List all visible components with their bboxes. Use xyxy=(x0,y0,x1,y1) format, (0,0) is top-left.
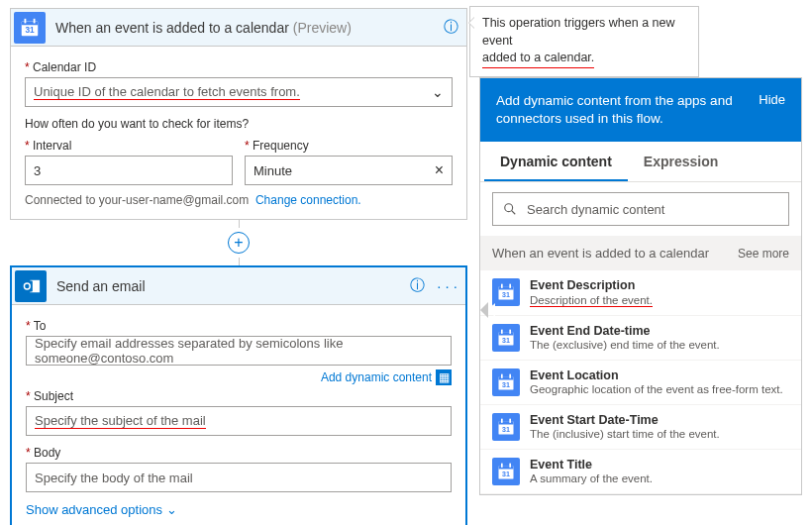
svg-rect-7 xyxy=(22,280,33,291)
svg-rect-24 xyxy=(509,374,511,378)
change-connection-link[interactable]: Change connection. xyxy=(255,193,361,207)
search-input[interactable]: Search dynamic content xyxy=(492,192,789,226)
hide-link[interactable]: Hide xyxy=(759,92,785,107)
svg-text:31: 31 xyxy=(502,381,510,389)
svg-text:31: 31 xyxy=(502,291,510,299)
svg-text:31: 31 xyxy=(502,337,510,345)
google-calendar-icon: 31 xyxy=(492,413,520,441)
tab-dynamic-content[interactable]: Dynamic content xyxy=(484,142,628,181)
dynamic-content-item[interactable]: 31Event TitleA summary of the event. xyxy=(480,450,801,494)
svg-rect-34 xyxy=(509,464,511,468)
svg-rect-27 xyxy=(499,422,514,425)
item-title: Event Title xyxy=(530,458,653,472)
dynamic-content-item[interactable]: 31Event End Date-timeThe (exclusive) end… xyxy=(480,316,801,361)
outlook-icon xyxy=(15,270,47,302)
svg-rect-18 xyxy=(501,330,503,334)
subject-label: * Subject xyxy=(26,389,452,403)
google-calendar-icon: 31 xyxy=(492,324,520,352)
svg-line-10 xyxy=(512,211,516,215)
action-title: Send an email xyxy=(56,278,146,294)
tab-expression[interactable]: Expression xyxy=(628,142,734,181)
svg-rect-19 xyxy=(509,330,511,334)
google-calendar-icon: 31 xyxy=(492,368,520,396)
info-icon[interactable]: ⓘ xyxy=(444,18,458,37)
svg-rect-28 xyxy=(501,419,503,423)
more-icon[interactable]: · · · xyxy=(437,277,457,294)
trigger-title: When an event is added to a calendar (Pr… xyxy=(55,20,352,36)
item-title: Event Description xyxy=(530,278,653,292)
info-icon[interactable]: ⓘ xyxy=(410,276,425,295)
google-calendar-icon: 31 xyxy=(492,458,520,485)
clear-icon[interactable]: × xyxy=(435,161,444,179)
trigger-connection: Connected to your-user-name@gmail.com Ch… xyxy=(25,193,453,207)
dynamic-content-item[interactable]: 31Event DescriptionDescription of the ev… xyxy=(480,270,801,316)
calendar-id-label: * Calendar ID xyxy=(25,60,453,74)
calendar-id-dropdown[interactable]: Unique ID of the calendar to fetch event… xyxy=(25,77,453,107)
chevron-down-icon: ⌄ xyxy=(432,84,444,100)
action-header[interactable]: Send an email ⓘ · · · xyxy=(12,267,465,305)
frequency-dropdown[interactable]: Minute × xyxy=(245,156,453,185)
dynamic-content-panel: Add dynamic content from the apps and co… xyxy=(479,77,802,495)
info-tooltip: This operation triggers when a new event… xyxy=(469,6,699,77)
google-calendar-icon: 31 xyxy=(492,278,520,306)
see-more-link[interactable]: See more xyxy=(738,247,789,261)
add-step-button[interactable]: + xyxy=(228,232,250,254)
item-title: Event Location xyxy=(530,368,783,382)
svg-rect-32 xyxy=(499,467,514,470)
svg-rect-1 xyxy=(22,21,39,25)
svg-rect-23 xyxy=(501,374,503,378)
item-desc: Description of the event. xyxy=(530,294,653,307)
dynamic-content-item[interactable]: 31Event LocationGeographic location of t… xyxy=(480,361,801,405)
trigger-header[interactable]: 31 When an event is added to a calendar … xyxy=(11,9,466,47)
svg-rect-29 xyxy=(509,419,511,423)
svg-rect-13 xyxy=(501,284,503,288)
svg-rect-12 xyxy=(499,287,514,290)
item-desc: The (exclusive) end time of the event. xyxy=(530,339,720,351)
svg-rect-33 xyxy=(501,464,503,468)
svg-rect-3 xyxy=(34,18,36,23)
to-input[interactable]: Specify email addresses separated by sem… xyxy=(26,336,452,366)
google-calendar-icon: 31 xyxy=(14,12,46,44)
svg-text:31: 31 xyxy=(502,426,510,434)
chevron-down-icon: ⌄ xyxy=(166,502,177,517)
polling-question: How often do you want to check for items… xyxy=(25,117,453,131)
to-label: * To xyxy=(26,319,452,333)
svg-rect-2 xyxy=(25,18,27,23)
dynamic-content-item[interactable]: 31Event Start Date-TimeThe (inclusive) s… xyxy=(480,405,801,450)
frequency-label: * Frequency xyxy=(245,139,453,153)
svg-rect-22 xyxy=(499,377,514,380)
add-dynamic-content-link[interactable]: Add dynamic content▦ xyxy=(26,369,452,385)
dynamic-panel-header: Add dynamic content from the apps and co… xyxy=(480,78,801,142)
body-label: * Body xyxy=(26,446,452,460)
dynamic-group-header: When an event is added to a calendar See… xyxy=(480,236,801,270)
show-advanced-link[interactable]: Show advanced options ⌄ xyxy=(26,502,452,517)
subject-input[interactable]: Specify the subject of the mail xyxy=(26,406,452,436)
interval-input[interactable]: 3 xyxy=(25,156,233,185)
svg-text:31: 31 xyxy=(25,26,35,35)
item-title: Event End Date-time xyxy=(530,324,720,338)
search-icon xyxy=(503,202,517,216)
svg-point-9 xyxy=(505,204,513,212)
panel-pointer-icon xyxy=(472,302,488,318)
action-card: Send an email ⓘ · · · * To Specify email… xyxy=(10,265,467,525)
svg-text:31: 31 xyxy=(502,471,510,478)
item-desc: A summary of the event. xyxy=(530,472,653,484)
plus-icon: ▦ xyxy=(436,369,452,385)
body-input[interactable]: Specify the body of the mail xyxy=(26,463,452,492)
item-desc: Geographic location of the event as free… xyxy=(530,383,783,395)
svg-rect-14 xyxy=(509,284,511,288)
interval-label: * Interval xyxy=(25,139,233,153)
item-title: Event Start Date-Time xyxy=(530,413,720,427)
item-desc: The (inclusive) start time of the event. xyxy=(530,428,720,440)
trigger-card: 31 When an event is added to a calendar … xyxy=(10,8,467,220)
svg-rect-17 xyxy=(499,333,514,336)
